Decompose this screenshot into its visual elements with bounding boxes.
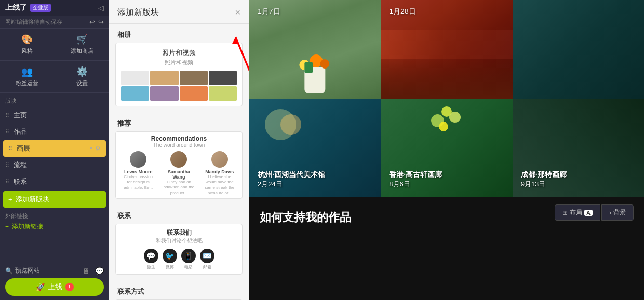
modal-close-button[interactable]: × [235, 7, 240, 18]
contact-email-label: 邮箱 [203, 264, 211, 270]
nav-process-label: 流程 [14, 160, 27, 170]
sidebar-item-works[interactable]: ⠿ 作品 [0, 124, 109, 140]
sidebar-item-contact[interactable]: ⠿ 联系 [0, 173, 109, 190]
warning-badge: ! [65, 283, 74, 291]
photo-video-card[interactable]: 照片和视频 照片和视频 [115, 43, 243, 106]
photo-video-subtitle: 照片和视频 [121, 59, 237, 66]
settings-button[interactable]: ⚙️ 设置 [55, 61, 110, 92]
gallery-cell-5[interactable]: 香港·高古轩画廊 8月6日 [381, 99, 512, 197]
undo-icon[interactable]: ↩ [89, 18, 95, 26]
add-block-plus-icon: + [8, 196, 12, 203]
layout-a-badge: A [584, 210, 593, 216]
redo-icon[interactable]: ↪ [98, 18, 104, 26]
contact-weibo-item: 🐦 微博 [163, 249, 177, 270]
ext-links-label: 外部链接 [5, 212, 104, 220]
preview-label: 预览网站 [15, 266, 40, 275]
add-block-label: 添加新版块 [16, 195, 49, 204]
section-contact-label: 联系 [109, 205, 249, 224]
drag-icon: ⠿ [5, 179, 9, 185]
gallery-location-4: 杭州·西湖当代美术馆 [258, 170, 325, 180]
nav-gallery-label: 画展 [17, 144, 30, 153]
preview-button[interactable]: 🔍 预览网站 [5, 266, 40, 275]
external-links-section: 外部链接 + 添加新链接 [0, 209, 109, 234]
gallery-date-4: 2月24日 [258, 180, 325, 189]
search-icon: 🔍 [5, 267, 13, 275]
settings-icon: ⚙️ [76, 66, 88, 77]
footer-icons: 🖥 💬 [83, 267, 104, 275]
settings-label: 设置 [76, 79, 88, 87]
rec-person-1: Lewis Moore Cindy's passion for design i… [123, 151, 154, 196]
style-button[interactable]: 🎨 风格 [0, 29, 55, 60]
nav-works-label: 作品 [14, 127, 27, 137]
gallery-date-2: 1月28日 [389, 7, 415, 17]
contact-us-subtitle: 和我们讨论个想法吧 [118, 237, 240, 244]
drag-icon: ⠿ [5, 112, 9, 119]
contact-phone-label: 电话 [184, 264, 193, 270]
notification-icon[interactable]: 💬 [95, 267, 104, 275]
contact-wechat-label: 微生 [147, 264, 155, 270]
gallery-cell-1[interactable]: 1月7日 [249, 0, 381, 99]
gallery-cell-3[interactable] [513, 0, 644, 99]
gallery-date-5: 8月6日 [389, 180, 442, 189]
gallery-location-6: 成都·那特画廊 [521, 170, 567, 180]
gallery-cell-2[interactable]: 1月28日 [381, 0, 512, 99]
layout-controls: ⊞ 布局 A › 背景 [555, 204, 634, 221]
gallery-overlay-6: 成都·那特画廊 9月13日 [521, 170, 567, 189]
delete-icon[interactable]: × [89, 145, 93, 152]
gallery-cell-4[interactable]: 杭州·西湖当代美术馆 2月24日 [249, 99, 381, 197]
gallery-overlay-4: 杭州·西湖当代美术馆 2月24日 [258, 170, 325, 189]
fans-icon: 👥 [21, 66, 33, 77]
add-link-plus-icon: + [5, 223, 9, 230]
rocket-icon: 🚀 [36, 283, 45, 291]
rec-desc-3: I believe she would have the same streak… [204, 174, 235, 196]
sidebar-item-home[interactable]: ⠿ 主页 [0, 107, 109, 124]
contact-us-card[interactable]: 联系我们 和我们讨论个想法吧 💬 微生 🐦 微博 📱 电话 [115, 224, 243, 275]
photo-cell-8 [209, 86, 237, 101]
collapse-icon[interactable]: ◁ [98, 4, 104, 12]
background-button[interactable]: › 背景 [601, 204, 634, 221]
drag-icon: ⠿ [5, 162, 9, 169]
style-label: 风格 [21, 47, 33, 55]
sidebar-nav: 版块 ⠿ 主页 ⠿ 作品 ⠿ 画展 × ⚙ ⠿ 流程 ⠿ 联系 + 添加新版块 [0, 93, 109, 262]
rec-name-2: Samantha Wang [163, 169, 194, 180]
rec-subtitle: The word around town [118, 142, 240, 148]
photo-cell-1 [121, 71, 149, 85]
sidebar-header: 上线了 企业版 ◁ [0, 0, 109, 16]
section-recommend-label: 推荐 [109, 113, 249, 131]
photo-cell-4 [209, 71, 237, 85]
shop-label: 添加商店 [71, 47, 93, 55]
add-link-button[interactable]: + 添加新链接 [5, 222, 104, 231]
photo-video-card-inner: 照片和视频 照片和视频 [116, 43, 242, 106]
add-shop-button[interactable]: 🛒 添加商店 [55, 29, 110, 60]
blocks-section-label: 版块 [0, 93, 109, 107]
recommendations-card[interactable]: Recommendations The word around town Lew… [115, 131, 243, 199]
contact-us-title: 联系我们 [118, 228, 240, 237]
rec-avatar-3 [211, 151, 228, 168]
photo-cell-6 [150, 86, 178, 101]
fans-label: 粉丝运营 [16, 79, 38, 87]
logo-text: 上线了 [5, 3, 27, 12]
nav-home-label: 主页 [14, 111, 27, 120]
monitor-icon[interactable]: 🖥 [83, 267, 90, 275]
gallery-item-actions: × ⚙ [89, 145, 101, 152]
rec-desc-2: Cindy had an addi-tion and the product..… [163, 180, 194, 196]
gallery-cell-6[interactable]: 成都·那特画廊 9月13日 [513, 99, 644, 197]
gear-icon[interactable]: ⚙ [95, 145, 101, 152]
contact-us-inner: 联系我们 和我们讨论个想法吧 💬 微生 🐦 微博 📱 电话 [116, 224, 242, 274]
sidebar-top-icons: ◁ [98, 4, 104, 12]
fans-button[interactable]: 👥 粉丝运营 [0, 61, 55, 92]
photo-grid-preview [121, 71, 237, 101]
contact-phone-circle: 📱 [181, 249, 196, 263]
layout-button[interactable]: ⊞ 布局 A [555, 204, 600, 221]
shop-icon: 🛒 [76, 34, 88, 45]
sidebar-item-gallery[interactable]: ⠿ 画展 × ⚙ [3, 140, 106, 157]
add-block-button[interactable]: + 添加新版块 [3, 191, 106, 208]
photo-cell-5 [121, 86, 149, 101]
sidebar-item-process[interactable]: ⠿ 流程 [0, 157, 109, 173]
publish-button[interactable]: 🚀 上线 ! [5, 278, 104, 296]
modal-header: 添加新版块 × [109, 0, 249, 24]
layout-label: 布局 [570, 208, 582, 217]
gallery-grid: 1月7日 1月28日 杭州·西湖当代美术馆 2月24日 [249, 0, 644, 197]
photo-cell-3 [180, 71, 208, 85]
rec-title: Recommendations [118, 135, 240, 142]
